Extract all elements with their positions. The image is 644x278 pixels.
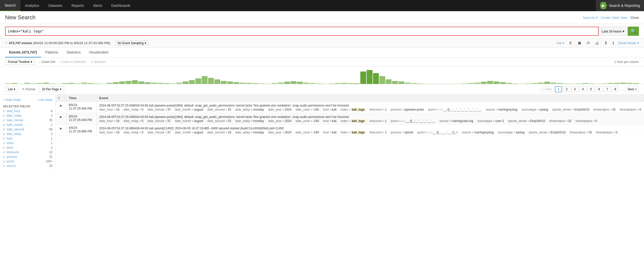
print-button[interactable]: 🖨 [594,40,600,46]
deselect-button[interactable]: ✕ Deselect [91,60,106,64]
timeline-bar [164,83,170,84]
time-range-button[interactable]: Last 24 hours ▾ [599,27,628,36]
field-key: index = [341,131,350,134]
pause-button[interactable]: ⏸ [567,40,573,46]
list-button[interactable]: List ▾ [5,86,18,92]
timeline-bar [240,82,246,84]
nav-item-alerts[interactable]: Alerts [89,0,107,11]
sidebar-field-item[interactable]: a source 20 [0,164,56,168]
sidebar-field-item[interactable]: # host 1 [0,136,56,141]
search-icon: 🔍 [631,28,636,34]
zoom-to-selection-button[interactable]: + Zoom to Selection [59,60,87,64]
close-button[interactable]: Close [631,16,639,20]
field-key: index = [341,108,350,111]
all-fields-button[interactable]: ≡ All Fields [38,98,53,102]
timeline-bar [576,83,582,84]
sidebar-field-item[interactable]: # level 2 [0,145,56,150]
event-field: host = kali [323,119,336,123]
sidebar-field-item[interactable]: # date_mday 2 [0,113,56,118]
brand-label: Search & Reporting [609,4,640,8]
field-key: sourcetype = [521,108,539,111]
tab-statistics[interactable]: Statistics [62,48,85,58]
page-6-button[interactable]: 6 [596,86,603,92]
format-timeline-button[interactable]: Format Timeline ▾ [5,59,35,65]
sidebar-field-item[interactable]: # linecount 13 [0,150,56,154]
zoom-out-button[interactable]: − Zoom Out [39,60,55,64]
tab-visualization[interactable]: Visualization [85,48,113,58]
results-controls: List ▾ ✎ Format 20 Per Page ▾ < Prev 1 2… [0,84,644,95]
page-8-button[interactable]: 8 [612,86,619,92]
timeline-bar [259,83,265,84]
search-input[interactable] [6,28,598,34]
refresh-button[interactable]: ⟳ [586,40,591,46]
sidebar-field-item[interactable]: # date_second 59 [0,127,56,132]
event-field: index = kali_logs [341,108,365,111]
info-button[interactable]: ℹ [612,40,615,46]
tab-patterns[interactable]: Patterns [41,48,62,58]
field-value: 2024 [285,119,292,123]
timeline-bar [94,83,100,84]
next-page-button[interactable]: Next > [625,86,639,92]
hide-fields-button[interactable]: < Hide Fields [3,98,21,102]
nav-item-dashboards[interactable]: Dashboards [107,0,135,11]
page-4-button[interactable]: 4 [579,86,586,92]
event-expand-button[interactable]: ▶ [58,103,63,108]
field-count-label: 6 [51,109,53,113]
page-7-button[interactable]: 7 [604,86,611,92]
per-page-button[interactable]: 20 Per Page ▾ [39,86,64,92]
field-value: /var/log/user.log [452,119,473,123]
page-header: New Search Save As ▾ Create Table View C… [0,11,644,24]
save-as-button[interactable]: Save As ▾ [583,16,598,20]
event-text-cell: 2024-08-05T16:37:18.886406-04:00 kali sp… [97,125,644,136]
stop-button[interactable]: ⏹ [577,40,583,46]
page-2-button[interactable]: 2 [563,86,570,92]
field-value: august [194,131,203,134]
tabs-row: Events (473,747) Patterns Statistics Vis… [0,48,644,58]
sidebar-field-item[interactable]: a date_wday 2 [0,132,56,136]
nav-item-search[interactable]: Search [0,0,20,11]
page-5-button[interactable]: 5 [587,86,595,92]
event-time: 8/5/2411:37:18.886 PM [69,126,92,133]
nav-item-analytics[interactable]: Analytics [20,0,44,11]
sidebar-field-item[interactable]: a date_month 1 [0,123,56,127]
timeline-bar [392,81,398,84]
sidebar-field-item[interactable]: a process 31 [0,154,56,159]
sidebar-field-item[interactable]: a punct 100+ [0,159,56,164]
timeline-bar [195,78,201,84]
nav-item-datasets[interactable]: Datasets [44,0,67,11]
page-1-button[interactable]: 1 [555,86,562,92]
field-value: 0 [616,131,618,134]
field-value: kali [332,108,336,111]
search-submit-button[interactable]: 🔍 [628,27,639,36]
timeline-bar [100,84,106,84]
create-table-view-button[interactable]: Create Table View [601,16,628,20]
field-type-label: # [3,137,6,140]
sidebar-field-item[interactable]: # date_hour 6 [0,109,56,113]
event-field: source = /var/log/user.log [439,119,473,123]
chevron-down-icon: ▾ [637,41,639,45]
smart-mode-button[interactable]: Smart Mode ▾ [618,41,639,45]
sidebar-field-item[interactable]: # date_minute 35 [0,118,56,123]
page-3-button[interactable]: 3 [571,86,578,92]
tab-events[interactable]: Events (473,747) [5,48,41,58]
timeline-bar [30,83,36,84]
prev-page-button[interactable]: < Prev [540,86,554,92]
timeline-bar [589,83,595,84]
job-button[interactable]: Job ▾ [556,41,564,45]
event-expand-button[interactable]: ▶ [58,126,63,131]
nav-item-reports[interactable]: Reports [67,0,89,11]
event-expand-button[interactable]: ▶ [58,115,63,119]
timeline-bar [18,84,24,84]
field-value: -240 [313,119,319,123]
field-key: date_zone = [296,131,312,134]
format-button[interactable]: ✎ Format [22,88,35,91]
no-event-sampling-button[interactable]: No Event Sampling ▾ [115,41,148,46]
timeline-bar [176,82,182,84]
timeline-bar [525,83,531,84]
event-time: 8/5/2411:37:25.646 PM [69,103,92,110]
event-field: process = pipewire-pulse [391,108,424,111]
field-name-label: linecount [7,150,19,154]
sidebar-field-item[interactable]: # index 1 [0,141,56,145]
download-button[interactable]: ⬇ [603,40,608,46]
event-fields: date_hour = 16 date_mday = 5 date_minute… [99,119,641,123]
